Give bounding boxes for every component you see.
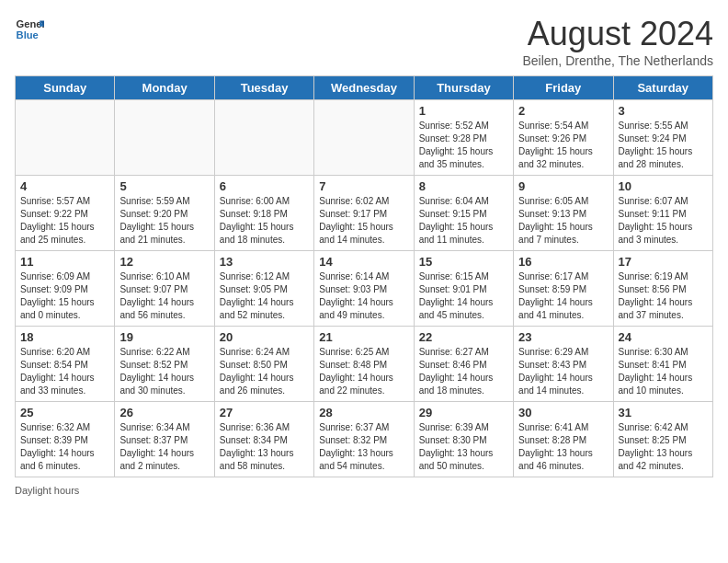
day-number: 3 xyxy=(619,104,708,118)
day-number: 31 xyxy=(619,406,708,419)
day-number: 18 xyxy=(20,330,109,344)
calendar-cell: 4Sunrise: 5:57 AMSunset: 9:22 PMDaylight… xyxy=(16,176,115,251)
day-detail: Sunrise: 6:27 AMSunset: 8:46 PMDaylight:… xyxy=(419,346,508,397)
calendar-cell: 20Sunrise: 6:24 AMSunset: 8:50 PMDayligh… xyxy=(214,327,313,402)
calendar-cell: 10Sunrise: 6:07 AMSunset: 9:11 PMDayligh… xyxy=(613,176,712,251)
header: General Blue August 2024 Beilen, Drenthe… xyxy=(15,15,713,68)
day-detail: Sunrise: 6:05 AMSunset: 9:13 PMDaylight:… xyxy=(518,195,608,247)
day-detail: Sunrise: 6:10 AMSunset: 9:07 PMDaylight:… xyxy=(119,270,209,322)
day-number: 27 xyxy=(220,406,309,419)
day-detail: Sunrise: 6:17 AMSunset: 8:59 PMDaylight:… xyxy=(518,270,608,322)
calendar-cell: 16Sunrise: 6:17 AMSunset: 8:59 PMDayligh… xyxy=(514,251,613,327)
day-detail: Sunrise: 6:09 AMSunset: 9:09 PMDaylight:… xyxy=(20,270,109,322)
day-number: 1 xyxy=(419,104,508,118)
day-detail: Sunrise: 6:00 AMSunset: 9:18 PMDaylight:… xyxy=(220,195,309,247)
calendar-table: SundayMondayTuesdayWednesdayThursdayFrid… xyxy=(15,75,713,477)
day-detail: Sunrise: 6:24 AMSunset: 8:50 PMDaylight:… xyxy=(220,346,309,397)
day-header-monday: Monday xyxy=(115,76,214,100)
calendar-cell: 17Sunrise: 6:19 AMSunset: 8:56 PMDayligh… xyxy=(613,251,712,327)
day-detail: Sunrise: 6:04 AMSunset: 9:15 PMDaylight:… xyxy=(419,195,508,247)
calendar-cell: 24Sunrise: 6:30 AMSunset: 8:41 PMDayligh… xyxy=(613,327,712,402)
day-detail: Sunrise: 5:59 AMSunset: 9:20 PMDaylight:… xyxy=(119,195,209,247)
calendar-cell: 5Sunrise: 5:59 AMSunset: 9:20 PMDaylight… xyxy=(115,176,214,251)
day-detail: Sunrise: 6:30 AMSunset: 8:41 PMDaylight:… xyxy=(619,346,708,397)
day-detail: Sunrise: 6:39 AMSunset: 8:30 PMDaylight:… xyxy=(419,421,508,473)
day-number: 5 xyxy=(119,179,209,193)
day-number: 24 xyxy=(619,330,708,344)
calendar-cell: 22Sunrise: 6:27 AMSunset: 8:46 PMDayligh… xyxy=(414,327,513,402)
calendar-title: August 2024 xyxy=(522,15,713,53)
calendar-cell: 21Sunrise: 6:25 AMSunset: 8:48 PMDayligh… xyxy=(314,327,414,402)
day-detail: Sunrise: 6:14 AMSunset: 9:03 PMDaylight:… xyxy=(319,270,408,322)
week-row-4: 25Sunrise: 6:32 AMSunset: 8:39 PMDayligh… xyxy=(16,402,713,477)
calendar-cell xyxy=(16,100,115,176)
logo: General Blue xyxy=(15,15,44,44)
day-number: 2 xyxy=(518,104,608,118)
calendar-cell: 3Sunrise: 5:55 AMSunset: 9:24 PMDaylight… xyxy=(613,100,712,176)
day-detail: Sunrise: 6:20 AMSunset: 8:54 PMDaylight:… xyxy=(20,346,109,397)
day-detail: Sunrise: 6:37 AMSunset: 8:32 PMDaylight:… xyxy=(319,421,408,473)
week-row-1: 4Sunrise: 5:57 AMSunset: 9:22 PMDaylight… xyxy=(16,176,713,251)
calendar-cell: 18Sunrise: 6:20 AMSunset: 8:54 PMDayligh… xyxy=(16,327,115,402)
day-number: 7 xyxy=(319,179,408,193)
calendar-cell: 12Sunrise: 6:10 AMSunset: 9:07 PMDayligh… xyxy=(115,251,214,327)
day-number: 21 xyxy=(319,330,408,344)
day-detail: Sunrise: 6:07 AMSunset: 9:11 PMDaylight:… xyxy=(619,195,708,247)
day-number: 4 xyxy=(20,179,109,193)
calendar-subtitle: Beilen, Drenthe, The Netherlands xyxy=(522,53,713,68)
calendar-cell: 7Sunrise: 6:02 AMSunset: 9:17 PMDaylight… xyxy=(314,176,414,251)
day-number: 10 xyxy=(619,179,708,193)
day-number: 13 xyxy=(220,255,309,269)
calendar-cell: 8Sunrise: 6:04 AMSunset: 9:15 PMDaylight… xyxy=(414,176,513,251)
day-header-wednesday: Wednesday xyxy=(314,76,414,100)
day-detail: Sunrise: 6:22 AMSunset: 8:52 PMDaylight:… xyxy=(119,346,209,397)
day-detail: Sunrise: 6:34 AMSunset: 8:37 PMDaylight:… xyxy=(119,421,209,473)
title-area: August 2024 Beilen, Drenthe, The Netherl… xyxy=(522,15,713,68)
calendar-cell: 31Sunrise: 6:42 AMSunset: 8:25 PMDayligh… xyxy=(613,402,712,477)
day-detail: Sunrise: 6:29 AMSunset: 8:43 PMDaylight:… xyxy=(518,346,608,397)
day-detail: Sunrise: 6:02 AMSunset: 9:17 PMDaylight:… xyxy=(319,195,408,247)
calendar-cell: 6Sunrise: 6:00 AMSunset: 9:18 PMDaylight… xyxy=(214,176,313,251)
day-detail: Sunrise: 6:19 AMSunset: 8:56 PMDaylight:… xyxy=(619,270,708,322)
day-number: 28 xyxy=(319,406,408,419)
day-number: 14 xyxy=(319,255,408,269)
calendar-cell: 29Sunrise: 6:39 AMSunset: 8:30 PMDayligh… xyxy=(414,402,513,477)
calendar-cell xyxy=(214,100,313,176)
day-number: 25 xyxy=(20,406,109,419)
day-detail: Sunrise: 6:42 AMSunset: 8:25 PMDaylight:… xyxy=(619,421,708,473)
day-detail: Sunrise: 6:25 AMSunset: 8:48 PMDaylight:… xyxy=(319,346,408,397)
daylight-label: Daylight hours xyxy=(15,485,79,496)
day-detail: Sunrise: 6:36 AMSunset: 8:34 PMDaylight:… xyxy=(220,421,309,473)
calendar-cell: 13Sunrise: 6:12 AMSunset: 9:05 PMDayligh… xyxy=(214,251,313,327)
day-header-thursday: Thursday xyxy=(414,76,513,100)
day-detail: Sunrise: 5:54 AMSunset: 9:26 PMDaylight:… xyxy=(518,120,608,171)
day-number: 22 xyxy=(419,330,508,344)
calendar-cell: 9Sunrise: 6:05 AMSunset: 9:13 PMDaylight… xyxy=(514,176,613,251)
calendar-cell: 23Sunrise: 6:29 AMSunset: 8:43 PMDayligh… xyxy=(514,327,613,402)
day-number: 29 xyxy=(419,406,508,419)
calendar-cell: 15Sunrise: 6:15 AMSunset: 9:01 PMDayligh… xyxy=(414,251,513,327)
calendar-cell xyxy=(314,100,414,176)
calendar-cell: 30Sunrise: 6:41 AMSunset: 8:28 PMDayligh… xyxy=(514,402,613,477)
svg-text:Blue: Blue xyxy=(17,29,39,40)
day-number: 20 xyxy=(220,330,309,344)
day-header-sunday: Sunday xyxy=(16,76,115,100)
day-number: 26 xyxy=(119,406,209,419)
day-number: 9 xyxy=(518,179,608,193)
day-number: 6 xyxy=(220,179,309,193)
day-detail: Sunrise: 5:52 AMSunset: 9:28 PMDaylight:… xyxy=(419,120,508,171)
calendar-cell: 27Sunrise: 6:36 AMSunset: 8:34 PMDayligh… xyxy=(214,402,313,477)
day-detail: Sunrise: 5:55 AMSunset: 9:24 PMDaylight:… xyxy=(619,120,708,171)
day-detail: Sunrise: 5:57 AMSunset: 9:22 PMDaylight:… xyxy=(20,195,109,247)
day-number: 12 xyxy=(119,255,209,269)
calendar-cell: 2Sunrise: 5:54 AMSunset: 9:26 PMDaylight… xyxy=(514,100,613,176)
day-number: 8 xyxy=(419,179,508,193)
week-row-3: 18Sunrise: 6:20 AMSunset: 8:54 PMDayligh… xyxy=(16,327,713,402)
day-header-tuesday: Tuesday xyxy=(214,76,313,100)
calendar-cell xyxy=(115,100,214,176)
day-detail: Sunrise: 6:32 AMSunset: 8:39 PMDaylight:… xyxy=(20,421,109,473)
day-detail: Sunrise: 6:12 AMSunset: 9:05 PMDaylight:… xyxy=(220,270,309,322)
day-header-saturday: Saturday xyxy=(613,76,712,100)
day-detail: Sunrise: 6:41 AMSunset: 8:28 PMDaylight:… xyxy=(518,421,608,473)
day-number: 16 xyxy=(518,255,608,269)
